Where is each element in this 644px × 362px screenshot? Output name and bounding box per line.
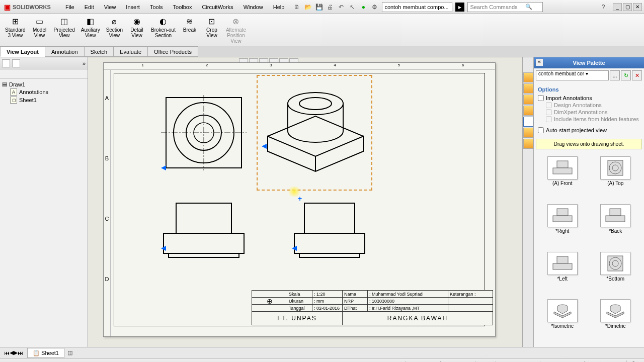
palette-back[interactable]: *Back: [591, 204, 640, 248]
taskpane-library-icon[interactable]: [523, 95, 533, 105]
taskpane-palette-icon[interactable]: [523, 117, 533, 127]
ribbon-detail-view[interactable]: ◉DetailView: [126, 15, 148, 45]
check-import-annotations[interactable]: [538, 95, 544, 101]
feature-manager: » ▤ Draw1 A Annotations ◻ Sheet1: [0, 57, 88, 347]
app-logo: ▣SOLIDWORKS: [0, 0, 60, 14]
refresh-button[interactable]: ↻: [621, 70, 631, 80]
menu-edit[interactable]: Edit: [79, 0, 99, 14]
check-autostart[interactable]: [538, 127, 544, 133]
taskpane-explorer-icon[interactable]: [523, 106, 533, 116]
svg-marker-10: [262, 144, 267, 149]
tree-annotations[interactable]: A Annotations: [1, 88, 87, 96]
drawing-view-right[interactable]: [292, 201, 367, 261]
add-sheet-icon[interactable]: ◫: [64, 349, 75, 356]
palette-dimetric[interactable]: *Dimetric: [591, 299, 640, 343]
ribbon-brokenout-section[interactable]: ◐Broken-outSection: [148, 15, 179, 45]
svg-rect-17: [299, 253, 360, 257]
panel-title: « View Palette: [534, 57, 644, 68]
status-bar: SolidWorks Premium 2014 x64 Edition 135.…: [0, 358, 644, 362]
browse-button[interactable]: ...: [610, 70, 620, 80]
view-palette-panel: « View Palette contoh membuat cor ▾ ... …: [533, 57, 644, 347]
view-thumbnails: (A) Front (A) Top *Right *Back *Left *Bo…: [534, 152, 644, 347]
palette-left[interactable]: *Left: [538, 252, 587, 296]
tree-sheet1[interactable]: ◻ Sheet1: [1, 96, 87, 104]
rebuild-icon[interactable]: ●: [359, 3, 368, 12]
undo-icon[interactable]: ↶: [337, 3, 346, 12]
svg-point-8: [299, 98, 332, 110]
taskpane-appearance-icon[interactable]: [523, 128, 533, 138]
palette-front[interactable]: (A) Front: [538, 156, 587, 200]
drawing-canvas[interactable]: 1 2 3 4 5 6 A B C D: [88, 57, 522, 347]
sheet-tabs: ⏮ ◀ ▶ ⏭ 📋 Sheet1 ◫: [0, 347, 644, 358]
tab-view-layout[interactable]: View Layout: [0, 46, 45, 57]
ribbon-section-view[interactable]: ⌀SectionView: [103, 15, 126, 45]
menu-file[interactable]: File: [60, 0, 79, 14]
cmd-prompt-icon[interactable]: ▸: [455, 3, 464, 12]
ruler-horizontal: 1 2 3 4 5 6: [104, 63, 495, 70]
tab-nav-last[interactable]: ⏭: [18, 350, 23, 356]
taskpane-home-icon[interactable]: [523, 72, 533, 82]
model-select[interactable]: contoh membuat cor ▾: [536, 70, 609, 80]
tab-office-products[interactable]: Office Products: [147, 46, 198, 57]
close-button[interactable]: ✕: [633, 3, 642, 11]
drawing-view-isometric[interactable]: [257, 75, 372, 191]
search-commands[interactable]: 🔍: [467, 2, 543, 12]
command-tabs: View Layout Annotation Sketch Evaluate O…: [0, 46, 644, 57]
ribbon-model-view[interactable]: ▭ModelView: [29, 15, 51, 45]
ribbon-crop-view[interactable]: ⊡CropView: [201, 15, 223, 45]
svg-rect-28: [557, 256, 568, 263]
save-icon[interactable]: 💾: [314, 3, 324, 12]
ribbon-auxiliary-view[interactable]: ◧AuxiliaryView: [78, 15, 103, 45]
ribbon-standard-3view[interactable]: ⊞Standard3 View: [2, 15, 29, 45]
palette-isometric[interactable]: *Isometric: [538, 299, 587, 343]
palette-top[interactable]: (A) Top: [591, 156, 640, 200]
open-icon[interactable]: 📂: [303, 3, 312, 12]
svg-rect-21: [608, 160, 623, 175]
collapse-icon[interactable]: «: [536, 59, 543, 66]
ribbon-projected-view[interactable]: ◫ProjectedView: [51, 15, 78, 45]
menu-insert[interactable]: Insert: [121, 0, 145, 14]
tab-evaluate[interactable]: Evaluate: [113, 46, 148, 57]
tree-root[interactable]: ▤ Draw1: [1, 80, 87, 88]
drawing-view-top[interactable]: [161, 95, 247, 170]
sheet-tab-1[interactable]: 📋 Sheet1: [27, 348, 64, 358]
search-input[interactable]: [470, 4, 525, 10]
tab-nav-prev[interactable]: ◀: [10, 349, 14, 356]
menu-tools[interactable]: Tools: [145, 0, 168, 14]
menu-view[interactable]: View: [99, 0, 121, 14]
cursor-cross: +: [298, 195, 302, 203]
svg-rect-26: [610, 209, 621, 216]
svg-rect-30: [608, 256, 623, 271]
new-icon[interactable]: 🗎: [292, 3, 301, 12]
tab-sketch[interactable]: Sketch: [84, 46, 114, 57]
menu-window[interactable]: Window: [238, 0, 268, 14]
maximize-button[interactable]: ▢: [623, 3, 632, 11]
document-name[interactable]: contoh membuat compo...: [382, 2, 452, 12]
taskpane-custom-icon[interactable]: [523, 139, 533, 149]
select-icon[interactable]: ↖: [348, 3, 357, 12]
drawing-icon: ▤: [2, 81, 7, 87]
menu-bar: File Edit View Insert Tools Toolbox Circ…: [60, 0, 289, 14]
minimize-button[interactable]: _: [613, 3, 622, 11]
tab-nav-first[interactable]: ⏮: [4, 350, 10, 356]
fm-tab-1[interactable]: [2, 59, 10, 67]
title-block: Skala : 1:20 Nama : Muhammad Yodi Supria…: [252, 290, 493, 325]
taskpane-design-icon[interactable]: [523, 83, 533, 94]
help-icon[interactable]: ?: [599, 3, 608, 12]
menu-toolbox[interactable]: Toolbox: [168, 0, 197, 14]
palette-bottom[interactable]: *Bottom: [591, 252, 640, 296]
menu-circuitworks[interactable]: CircuitWorks: [197, 0, 238, 14]
search-icon[interactable]: 🔍: [525, 4, 532, 10]
palette-right[interactable]: *Right: [538, 204, 587, 248]
ribbon-break[interactable]: ≋Break: [179, 15, 201, 45]
drawing-view-front[interactable]: [161, 201, 247, 261]
fm-tab-2[interactable]: [12, 59, 20, 67]
options-icon[interactable]: ⚙: [370, 3, 379, 12]
clear-button[interactable]: ✕: [632, 70, 642, 80]
fm-expand-icon[interactable]: »: [83, 60, 86, 66]
print-icon[interactable]: 🖨: [326, 3, 335, 12]
drawing-sheet[interactable]: 1 2 3 4 5 6 A B C D: [103, 62, 496, 337]
tab-nav-next[interactable]: ▶: [14, 349, 18, 356]
tab-annotation[interactable]: Annotation: [45, 46, 85, 57]
menu-help[interactable]: Help: [268, 0, 290, 14]
